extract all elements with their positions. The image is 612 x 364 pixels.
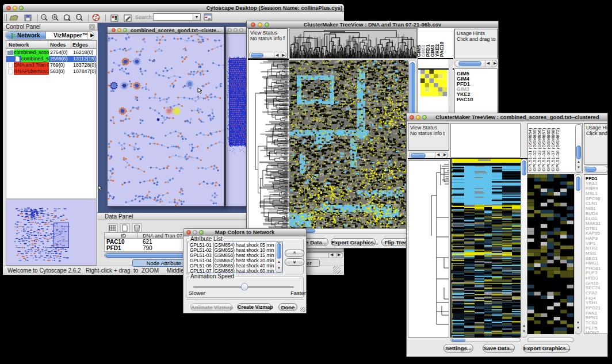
svg-text:1:1: 1:1 xyxy=(77,16,81,19)
